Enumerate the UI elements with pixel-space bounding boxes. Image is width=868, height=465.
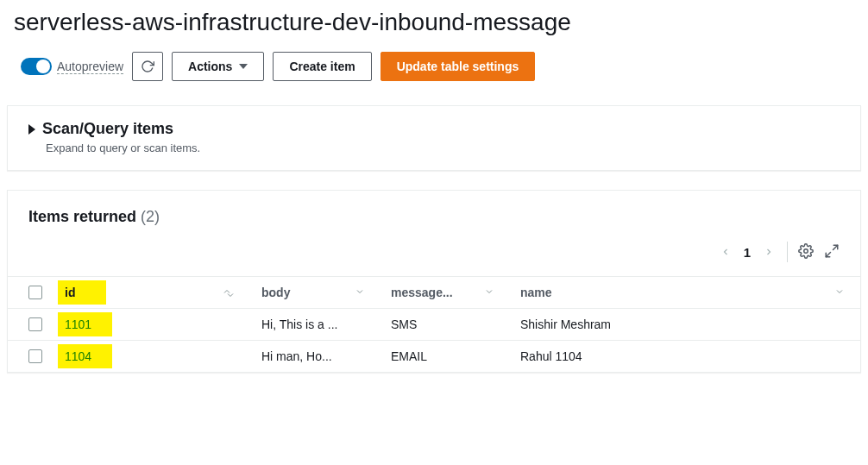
fullscreen-button[interactable] bbox=[824, 243, 840, 261]
svg-line-2 bbox=[826, 252, 830, 256]
scan-query-panel: Scan/Query items Expand to query or scan… bbox=[7, 105, 861, 171]
scan-query-toggle[interactable]: Scan/Query items bbox=[28, 120, 840, 138]
divider bbox=[787, 242, 788, 262]
column-name-label: name bbox=[520, 286, 552, 299]
items-table: id body message... bbox=[8, 276, 860, 372]
table-row: 1104 Hi man, Ho... EMAIL Rahul 1104 bbox=[8, 341, 860, 373]
svg-point-0 bbox=[804, 248, 808, 253]
row-id-link[interactable]: 1101 bbox=[65, 317, 91, 331]
column-header-body[interactable]: body bbox=[251, 277, 381, 309]
table-row: 1101 Hi, This is a ... SMS Shishir Meshr… bbox=[8, 309, 860, 341]
items-header: Items returned (2) bbox=[8, 208, 860, 242]
row-body: Hi man, Ho... bbox=[251, 341, 381, 373]
gear-icon bbox=[798, 243, 814, 259]
row-name: Rahul 1104 bbox=[510, 341, 860, 373]
page-number: 1 bbox=[744, 245, 751, 260]
row-name: Shishir Meshram bbox=[510, 309, 860, 341]
update-settings-label: Update table settings bbox=[397, 60, 519, 73]
expand-icon bbox=[824, 243, 840, 259]
column-message-label: message... bbox=[391, 286, 453, 299]
column-header-message[interactable]: message... bbox=[381, 277, 510, 309]
header-checkbox-cell bbox=[8, 277, 53, 309]
page-title: serverless-aws-infrastructure-dev-inboun… bbox=[14, 9, 861, 36]
column-id-label: id bbox=[58, 280, 106, 305]
page-prev-button[interactable] bbox=[718, 244, 733, 260]
toolbar: Autopreview Actions Create item Update t… bbox=[21, 52, 861, 81]
create-item-button[interactable]: Create item bbox=[273, 52, 371, 81]
actions-label: Actions bbox=[188, 60, 232, 73]
refresh-icon bbox=[141, 60, 154, 73]
items-header-text: Items returned bbox=[28, 208, 136, 225]
update-settings-button[interactable]: Update table settings bbox=[381, 52, 536, 81]
sort-icon bbox=[355, 286, 365, 299]
svg-line-1 bbox=[833, 245, 838, 249]
create-item-label: Create item bbox=[289, 60, 355, 73]
caret-down-icon bbox=[239, 64, 248, 69]
triangle-right-icon bbox=[28, 124, 35, 135]
row-id-link[interactable]: 1104 bbox=[65, 349, 91, 363]
column-body-label: body bbox=[261, 286, 290, 299]
select-all-checkbox[interactable] bbox=[28, 286, 42, 299]
items-count: (2) bbox=[141, 208, 160, 225]
refresh-button[interactable] bbox=[132, 52, 163, 81]
row-message: EMAIL bbox=[381, 341, 510, 373]
page-next-button[interactable] bbox=[761, 244, 777, 260]
sort-icon bbox=[484, 286, 494, 299]
sort-icon bbox=[222, 286, 236, 299]
sort-icon bbox=[834, 286, 845, 299]
row-body: Hi, This is a ... bbox=[251, 309, 381, 341]
autopreview-toggle[interactable] bbox=[21, 58, 52, 75]
column-header-name[interactable]: name bbox=[510, 277, 860, 309]
autopreview-label: Autopreview bbox=[57, 60, 123, 74]
column-header-id[interactable]: id bbox=[53, 277, 251, 309]
row-message: SMS bbox=[381, 309, 510, 341]
table-controls: 1 bbox=[8, 242, 860, 276]
row-checkbox[interactable] bbox=[28, 349, 42, 363]
scan-query-title: Scan/Query items bbox=[42, 120, 173, 138]
autopreview-toggle-wrap: Autopreview bbox=[21, 58, 123, 75]
settings-gear-button[interactable] bbox=[798, 243, 814, 261]
actions-button[interactable]: Actions bbox=[172, 52, 264, 81]
items-panel: Items returned (2) 1 id bbox=[7, 190, 861, 373]
scan-query-subtitle: Expand to query or scan items. bbox=[46, 141, 840, 154]
row-checkbox[interactable] bbox=[28, 317, 42, 331]
